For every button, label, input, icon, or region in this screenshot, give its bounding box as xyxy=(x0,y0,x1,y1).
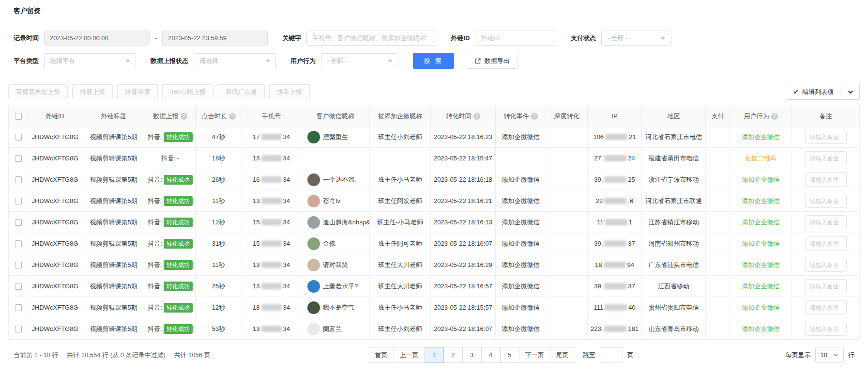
row-checkbox[interactable] xyxy=(15,155,22,162)
avatar xyxy=(307,259,320,271)
row-checkbox[interactable] xyxy=(15,134,22,141)
report-tab-button[interactable]: 快手上报 xyxy=(269,84,310,99)
cell-wechat-nickname: 苍穹fv xyxy=(301,190,370,212)
row-checkbox[interactable] xyxy=(15,304,22,311)
phone-prefix: 15 xyxy=(253,240,259,247)
filter-platform: 平台类型 选择平台 xyxy=(14,53,136,68)
note-input[interactable] xyxy=(805,215,847,229)
user-behavior-select[interactable]: - 全部 - xyxy=(321,53,398,68)
ip-redacted-blur xyxy=(605,134,627,140)
report-tab-button[interactable]: 抖音深度 xyxy=(117,84,158,99)
keyword-label: 关键字 xyxy=(282,34,301,43)
edit-columns-dropdown-button[interactable] xyxy=(841,84,860,100)
cell-ip: 22.6 xyxy=(588,190,642,212)
jump-page-input[interactable] xyxy=(600,347,623,362)
page-number-button[interactable]: 4 xyxy=(481,347,501,363)
help-icon: ? xyxy=(771,113,778,120)
cell-data-report: 抖音:- xyxy=(145,148,196,169)
first-page-button[interactable]: 首页 xyxy=(369,347,394,363)
cell-region: 河北省石家庄市电信 xyxy=(642,126,706,148)
pay-status-select[interactable]: - 全部 - xyxy=(601,31,671,46)
link-id-input[interactable] xyxy=(475,31,556,46)
next-page-button[interactable]: 下一页 xyxy=(519,347,550,363)
note-input[interactable] xyxy=(805,173,847,187)
note-input[interactable] xyxy=(805,300,847,314)
row-checkbox[interactable] xyxy=(15,262,22,268)
filter-report-state: 数据上报状态 请选择 xyxy=(151,53,276,68)
row-checkbox[interactable] xyxy=(15,326,22,332)
page-number-button[interactable]: 5 xyxy=(500,347,519,363)
report-tab-button[interactable]: 腾讯广点通 xyxy=(218,84,265,99)
cell-region: 浙江省宁波市移动 xyxy=(642,169,706,190)
note-input[interactable] xyxy=(805,151,847,165)
column-header-label: 转化事件 xyxy=(504,112,529,120)
cell-ip: 39.37 xyxy=(588,276,642,297)
column-header-label: 外链标题 xyxy=(101,112,126,120)
record-time-to-input[interactable] xyxy=(162,31,268,46)
select-all-header xyxy=(9,106,28,126)
note-input[interactable] xyxy=(805,258,847,272)
cell-convert-event: 添加企微微信 xyxy=(496,233,546,254)
edit-columns-label: 编辑列表项 xyxy=(802,88,834,96)
ip-redacted-blur xyxy=(605,304,627,311)
record-time-from-input[interactable] xyxy=(44,31,150,46)
row-checkbox[interactable] xyxy=(15,283,22,290)
cell-region: 河北省石家庄市联通 xyxy=(642,190,706,212)
note-input[interactable] xyxy=(805,322,847,336)
pagination-info: 当前第 1 - 10 行 共计 10,554 行 (从 0 条记录中过滤) 共计… xyxy=(14,351,217,360)
table-row: JHDWcXFTG8G 视频剪辑课第5期 抖音:转化成功 12秒 1534 逢山… xyxy=(9,212,860,233)
report-state-select[interactable]: 请选择 xyxy=(194,53,276,68)
note-input[interactable] xyxy=(805,130,847,144)
note-input[interactable] xyxy=(805,194,847,208)
cell-convert-event: 添加企微微信 xyxy=(496,190,546,212)
row-checkbox[interactable] xyxy=(15,219,22,226)
report-tab-button[interactable]: 百度基木鱼上报 xyxy=(8,84,68,99)
cell-pay xyxy=(706,148,730,169)
export-button[interactable]: 数据导出 xyxy=(467,53,518,69)
cell-data-report: 抖音:转化成功 xyxy=(145,190,196,212)
behavior-text: 添加企业微信 xyxy=(742,261,780,268)
cell-added-enterprise-name: 班主任小马老师 xyxy=(370,169,431,190)
cell-user-behavior: 添加企业微信 xyxy=(730,254,792,276)
cell-link-title: 视频剪辑课第5期 xyxy=(82,318,145,340)
cell-link-id: JHDWcXFTG8G xyxy=(28,297,82,318)
page-size-select[interactable]: 10 xyxy=(815,347,844,363)
table-body: JHDWcXFTG8G 视频剪辑课第5期 抖音:转化成功 47秒 1734 涅槃… xyxy=(9,126,860,340)
prev-page-button[interactable]: 上一页 xyxy=(394,347,425,363)
report-tab-button[interactable]: 抖音上报 xyxy=(72,84,113,99)
ip-redacted-blur xyxy=(604,198,626,204)
page-number-button[interactable]: 3 xyxy=(462,347,482,363)
platform-select[interactable]: 选择平台 xyxy=(44,53,136,68)
edit-columns-button[interactable]: ✔ 编辑列表项 xyxy=(786,84,841,100)
cell-convert-time: 2023-05-22 18:16:07 xyxy=(431,233,496,254)
phone-redacted-blur xyxy=(261,326,282,332)
cell-added-enterprise-name: 班主任阿可老师 xyxy=(370,233,431,254)
row-checkbox[interactable] xyxy=(15,176,22,183)
cell-wechat-nickname: 我不是空气 xyxy=(301,297,370,318)
row-checkbox[interactable] xyxy=(15,198,22,204)
phone-redacted-blur xyxy=(261,262,282,268)
page-number-button[interactable]: 2 xyxy=(443,347,463,363)
column-header-label: IP xyxy=(611,113,617,120)
cell-select xyxy=(9,126,28,148)
page-number-button[interactable]: 1 xyxy=(425,347,444,363)
cell-ip: 111 xyxy=(588,212,642,233)
keyword-input[interactable] xyxy=(306,31,436,46)
cell-added-enterprise-name: 班主任小刘老师 xyxy=(370,318,431,340)
report-tab-button[interactable]: 360点睛上报 xyxy=(162,84,213,99)
note-input[interactable] xyxy=(805,236,847,251)
last-page-button[interactable]: 尾页 xyxy=(550,347,575,363)
select-all-checkbox[interactable] xyxy=(15,113,22,120)
search-button[interactable]: 搜 索 xyxy=(413,53,454,69)
note-input[interactable] xyxy=(805,279,847,293)
cell-click-duration: 26秒 xyxy=(196,169,242,190)
row-checkbox[interactable] xyxy=(15,240,22,247)
cell-user-behavior: 长按二维码 xyxy=(730,148,792,169)
phone-redacted-blur xyxy=(261,155,282,161)
record-time-label: 记录时间 xyxy=(14,34,39,43)
ip-prefix: 223. xyxy=(591,325,603,332)
cell-select xyxy=(9,276,28,297)
cell-note xyxy=(792,233,860,254)
chevron-down-icon xyxy=(661,37,666,40)
cell-added-enterprise-name: 班主任大川老师 xyxy=(370,276,431,297)
